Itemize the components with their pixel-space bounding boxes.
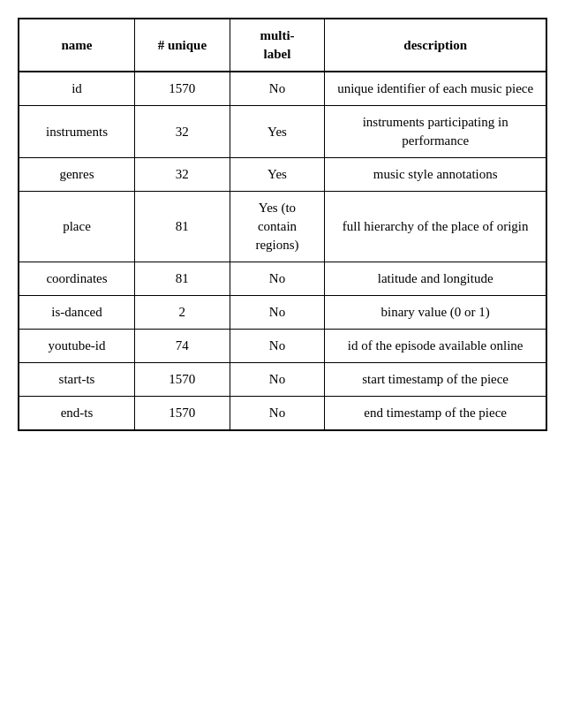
cell-description: full hierarchy of the place of origin xyxy=(325,192,546,262)
table-row: place81Yes (to contain regions)full hier… xyxy=(19,192,546,262)
cell-description: binary value (0 or 1) xyxy=(325,296,546,330)
cell-unique: 1570 xyxy=(135,363,230,397)
table-row: instruments32Yesinstruments participatin… xyxy=(19,106,546,158)
cell-name: coordinates xyxy=(19,262,135,296)
cell-multilabel: Yes xyxy=(230,158,325,192)
cell-description: end timestamp of the piece xyxy=(325,397,546,431)
cell-name: is-danced xyxy=(19,296,135,330)
cell-name: genres xyxy=(19,158,135,192)
cell-multilabel: No xyxy=(230,262,325,296)
cell-unique: 1570 xyxy=(135,72,230,106)
cell-unique: 32 xyxy=(135,158,230,192)
cell-multilabel: No xyxy=(230,330,325,363)
cell-unique: 2 xyxy=(135,296,230,330)
header-name: name xyxy=(19,19,135,72)
table-row: end-ts1570Noend timestamp of the piece xyxy=(19,397,546,431)
table-row: is-danced2Nobinary value (0 or 1) xyxy=(19,296,546,330)
cell-unique: 1570 xyxy=(135,397,230,431)
cell-name: id xyxy=(19,72,135,106)
cell-name: end-ts xyxy=(19,397,135,431)
table-wrapper: name # unique multi-label description id… xyxy=(18,18,547,431)
cell-name: instruments xyxy=(19,106,135,158)
cell-unique: 81 xyxy=(135,262,230,296)
cell-multilabel: No xyxy=(230,363,325,397)
cell-multilabel: No xyxy=(230,72,325,106)
cell-name: start-ts xyxy=(19,363,135,397)
header-unique: # unique xyxy=(135,19,230,72)
cell-description: latitude and longitude xyxy=(325,262,546,296)
cell-unique: 81 xyxy=(135,192,230,262)
cell-unique: 32 xyxy=(135,106,230,158)
cell-name: place xyxy=(19,192,135,262)
data-table: name # unique multi-label description id… xyxy=(18,18,547,431)
header-row: name # unique multi-label description xyxy=(19,19,546,72)
cell-multilabel: Yes xyxy=(230,106,325,158)
cell-multilabel: No xyxy=(230,397,325,431)
header-description: description xyxy=(325,19,546,72)
table-row: coordinates81Nolatitude and longitude xyxy=(19,262,546,296)
table-row: youtube-id74Noid of the episode availabl… xyxy=(19,330,546,363)
header-multilabel: multi-label xyxy=(230,19,325,72)
cell-multilabel: No xyxy=(230,296,325,330)
cell-description: instruments participating in performance xyxy=(325,106,546,158)
cell-description: music style annotations xyxy=(325,158,546,192)
table-row: start-ts1570Nostart timestamp of the pie… xyxy=(19,363,546,397)
cell-unique: 74 xyxy=(135,330,230,363)
cell-description: start timestamp of the piece xyxy=(325,363,546,397)
cell-description: unique identifier of each music piece xyxy=(325,72,546,106)
table-row: id1570Nounique identifier of each music … xyxy=(19,72,546,106)
cell-description: id of the episode available online xyxy=(325,330,546,363)
cell-name: youtube-id xyxy=(19,330,135,363)
table-row: genres32Yesmusic style annotations xyxy=(19,158,546,192)
cell-multilabel: Yes (to contain regions) xyxy=(230,192,325,262)
